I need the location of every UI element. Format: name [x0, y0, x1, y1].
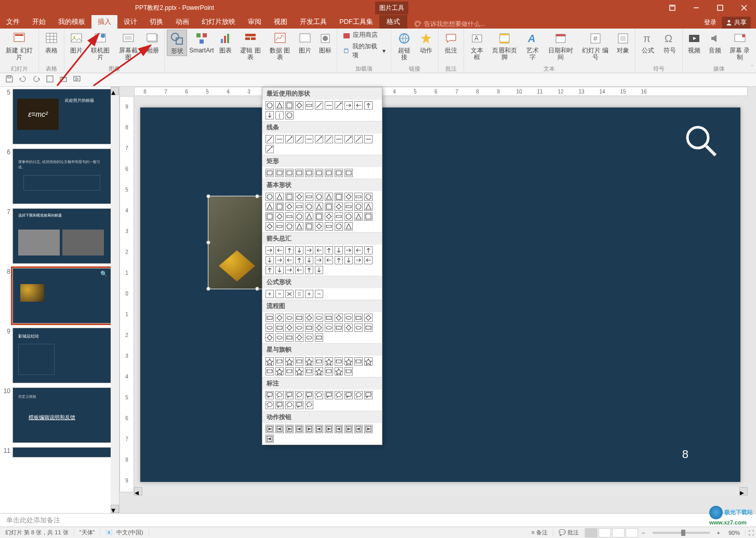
shape-item[interactable] — [364, 101, 373, 110]
shape-item[interactable] — [295, 314, 303, 322]
symbol-button[interactable]: Ω符号 — [659, 30, 680, 55]
tab-home[interactable]: 开始 — [26, 15, 52, 29]
shape-item[interactable] — [295, 222, 303, 231]
shape-item[interactable] — [364, 256, 373, 264]
tab-format[interactable]: 格式 — [379, 15, 407, 29]
shape-item[interactable] — [295, 256, 303, 264]
slide-sorter-view-button[interactable] — [599, 528, 611, 537]
fit-to-window-button[interactable]: ⛶ — [746, 530, 756, 536]
shape-item[interactable] — [354, 101, 363, 110]
shape-item[interactable] — [275, 401, 284, 409]
shape-item[interactable] — [325, 135, 333, 143]
qat-icon-5[interactable] — [59, 75, 68, 85]
slideshow-view-button[interactable] — [626, 528, 638, 537]
shape-item[interactable] — [364, 193, 373, 201]
shape-item[interactable] — [315, 324, 323, 332]
photo-album-button[interactable]: 相册 — [143, 30, 162, 55]
shape-item[interactable] — [295, 391, 303, 399]
shape-item[interactable] — [344, 367, 353, 375]
shape-item[interactable] — [275, 169, 284, 177]
share-button[interactable]: 共享 — [722, 17, 751, 29]
shape-item[interactable] — [335, 357, 343, 366]
screenshot-button[interactable]: 屏幕截图 — [115, 30, 142, 62]
shape-item[interactable] — [266, 193, 274, 201]
shape-item[interactable] — [295, 425, 303, 433]
shape-item[interactable] — [266, 135, 274, 143]
shape-item[interactable] — [335, 256, 343, 264]
slide-thumb-10[interactable]: 自定义模板模板编辑说明和反馈 — [12, 387, 111, 443]
shape-item[interactable] — [344, 101, 353, 110]
shape-item[interactable] — [354, 324, 363, 332]
status-language[interactable]: 中文(中国) — [111, 529, 149, 536]
shape-item[interactable] — [305, 425, 313, 433]
shape-item[interactable] — [266, 222, 274, 231]
shape-item[interactable] — [364, 324, 373, 332]
tell-me-search[interactable]: 告诉我您想要做什么... — [415, 20, 704, 29]
shape-item[interactable] — [266, 367, 274, 375]
shape-item[interactable] — [354, 256, 363, 264]
shape-item[interactable] — [325, 203, 333, 211]
shape-item[interactable] — [305, 266, 313, 274]
shape-item[interactable] — [285, 357, 294, 366]
shape-item[interactable] — [344, 256, 353, 264]
new-slide-button[interactable]: 新建 幻灯片 — [2, 30, 36, 62]
shape-item[interactable] — [335, 203, 343, 211]
shape-item[interactable] — [354, 203, 363, 211]
minimize-button[interactable] — [684, 0, 708, 16]
shape-item[interactable] — [266, 212, 274, 221]
slide-thumb-8[interactable]: 🔍 — [12, 268, 111, 324]
table-button[interactable]: 表格 — [41, 30, 62, 55]
shape-item[interactable] — [285, 135, 294, 143]
shape-item[interactable] — [344, 425, 353, 433]
status-notes-toggle[interactable]: ≡ 备注 — [526, 529, 553, 536]
tab-developer[interactable]: 开发工具 — [294, 15, 333, 29]
slide-thumb-5[interactable]: ε=mc²此处照片的标题 — [12, 89, 111, 144]
tab-design[interactable]: 设计 — [117, 15, 143, 29]
equation-button[interactable]: π公式 — [638, 30, 658, 55]
shape-item[interactable] — [315, 169, 323, 177]
shape-item[interactable] — [275, 246, 284, 254]
shape-item[interactable] — [344, 314, 353, 322]
shape-item[interactable] — [295, 367, 303, 375]
shape-item[interactable] — [266, 333, 274, 342]
collapse-ribbon-button[interactable]: ˆ — [751, 65, 753, 71]
online-pictures-button[interactable]: 联机图片 — [87, 30, 114, 62]
shape-item[interactable] — [266, 290, 274, 298]
shape-item[interactable] — [285, 266, 294, 274]
shape-item[interactable] — [364, 212, 373, 221]
shape-item[interactable] — [275, 203, 284, 211]
ribbon-display-options[interactable] — [660, 0, 684, 16]
slide-thumb-6[interactable]: 课事件的日志, 或些持你的论文概率明显句的一般引述。 — [12, 149, 111, 204]
undo-icon[interactable] — [19, 75, 27, 85]
shape-item[interactable] — [315, 391, 323, 399]
shape-item[interactable] — [275, 212, 284, 221]
shape-item[interactable] — [266, 101, 274, 110]
shape-item[interactable]: { — [275, 111, 284, 119]
shape-item[interactable] — [305, 169, 313, 177]
hyperlink-button[interactable]: 超链接 — [393, 30, 415, 62]
shape-item[interactable] — [354, 314, 363, 322]
shape-item[interactable] — [295, 203, 303, 211]
shape-item[interactable] — [364, 314, 373, 322]
header-footer-button[interactable]: 页眉和页脚 — [488, 30, 521, 62]
shape-item[interactable] — [305, 135, 313, 143]
shape-item[interactable] — [295, 401, 303, 409]
shape-item[interactable] — [305, 222, 313, 231]
shape-item[interactable] — [285, 314, 294, 322]
tab-slideshow[interactable]: 幻灯片放映 — [195, 15, 242, 29]
tab-review[interactable]: 审阅 — [242, 15, 268, 29]
shape-item[interactable] — [315, 367, 323, 375]
screen-recording-button[interactable]: 屏幕 录制 — [725, 30, 754, 62]
shape-item[interactable] — [344, 135, 353, 143]
shape-item[interactable] — [266, 203, 274, 211]
shape-item[interactable] — [325, 256, 333, 264]
shape-item[interactable] — [295, 246, 303, 254]
shape-item[interactable] — [325, 222, 333, 231]
horizontal-scrollbar[interactable]: ◂▸ — [134, 487, 748, 495]
shape-item[interactable] — [344, 357, 353, 366]
shape-item[interactable] — [275, 266, 284, 274]
notes-pane[interactable]: 单击此处添加备注 — [0, 513, 756, 527]
shape-item[interactable] — [335, 425, 343, 433]
wordart-button[interactable]: A艺术字 — [522, 30, 543, 62]
shape-item[interactable] — [335, 169, 343, 177]
